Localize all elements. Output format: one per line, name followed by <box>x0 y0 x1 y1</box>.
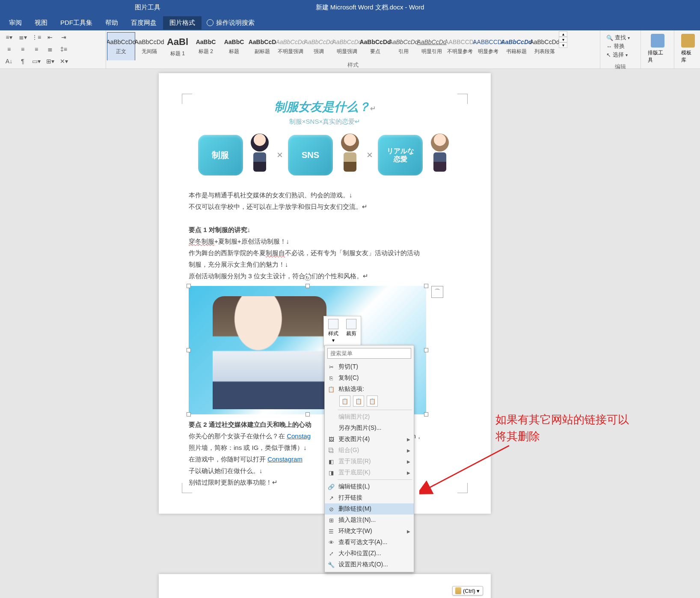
bring-front-icon: ◧ <box>327 458 335 465</box>
style-item[interactable]: AaBl标题 1 <box>163 32 192 60</box>
style-item[interactable]: AaBbCcD副标题 <box>248 32 276 60</box>
style-item[interactable]: AaBbCcDd正文 <box>107 32 135 60</box>
open-link-icon: ↗ <box>327 494 335 502</box>
menu-help[interactable]: 帮助 <box>99 16 125 30</box>
layout-options-button[interactable]: ⌒ <box>431 286 443 298</box>
menu-bar: 审阅 视图 PDF工具集 帮助 百度网盘 图片格式 操作说明搜索 <box>0 15 700 30</box>
ctx-paste-label: 📋粘贴选项: <box>325 384 414 395</box>
select-button[interactable]: ↖选择▾ <box>606 51 630 59</box>
style-item[interactable]: AaBbCcDd强调 <box>305 32 333 60</box>
style-item[interactable]: AaBbCcDd明显引用 <box>418 32 446 60</box>
resize-handle-r[interactable] <box>424 348 428 352</box>
resize-handle-tr[interactable] <box>424 284 428 288</box>
context-menu: ✂剪切(T) ⎘复制(C) 📋粘贴选项: 📋 📋 📋 编辑图片(2) 另存为图片… <box>324 345 414 572</box>
template-button[interactable]: 模板库 <box>677 32 699 65</box>
asian-layout-button[interactable]: ✕▾ <box>57 56 70 66</box>
send-back-icon: ◨ <box>327 469 335 476</box>
paste-option-1[interactable]: 📋 <box>339 396 350 407</box>
style-item[interactable]: AaBbC标题 2 <box>192 32 220 60</box>
style-item[interactable]: AABBCCDI不明显参考 <box>446 32 474 60</box>
times-icon: × <box>277 149 283 161</box>
title-bar: 图片工具 新建 Microsoft Word 文档.docx - Word <box>0 0 700 15</box>
ctx-copy[interactable]: ⎘复制(C) <box>325 372 414 384</box>
increase-indent-button[interactable]: ⇥ <box>57 32 70 42</box>
align-center-button[interactable]: ≡ <box>16 44 29 54</box>
paste-option-2[interactable]: 📋 <box>353 396 364 407</box>
menu-baidu-disk[interactable]: 百度网盘 <box>125 16 163 30</box>
picture-tools-tab: 图片工具 <box>127 2 168 13</box>
multilevel-button[interactable]: ⋮≡ <box>30 32 43 42</box>
gallery-down-button[interactable]: ▾ <box>559 37 567 42</box>
style-item[interactable]: AaBbCcDd无间隔 <box>135 32 163 60</box>
ctx-save-as-picture[interactable]: 另存为图片(S)... <box>325 422 414 434</box>
resize-handle-l[interactable] <box>187 348 191 352</box>
document-area[interactable]: 制服女友是什么？↵ 制服×SNS×真实的恋爱↵ 制服 × SNS × リアルな … <box>0 69 700 598</box>
styles-gallery[interactable]: AaBbCcDd正文AaBbCcDd无间隔AaBl标题 1AaBbC标题 2Aa… <box>107 31 559 60</box>
copy-icon: ⎘ <box>327 374 335 382</box>
align-right-button[interactable]: ≡ <box>30 44 43 54</box>
change-pic-icon: 🖼 <box>327 435 335 443</box>
ctx-change-picture[interactable]: 🖼更改图片(4)▶ <box>325 434 414 445</box>
ctx-size-position[interactable]: ⤢大小和位置(Z)... <box>325 548 414 559</box>
borders-button[interactable]: ⊞▾ <box>44 56 56 66</box>
style-item[interactable]: AaBbCcDd明显强调 <box>333 32 361 60</box>
menu-review[interactable]: 审阅 <box>3 16 28 30</box>
resize-handle-br[interactable] <box>424 412 428 417</box>
gallery-up-button[interactable]: ▴ <box>559 31 567 37</box>
paragraph-buttons: ≡▾ ≣▾ ⋮≡ ⇤ ⇥ ≡ ≡ ≡ ≣ ‡≡ A↓ ¶ ▭▾ ⊞▾ ✕▾ <box>3 32 70 67</box>
replace-button[interactable]: ↔替换 <box>606 42 630 50</box>
ctx-edit-picture: 编辑图片(2) <box>325 411 414 422</box>
chibi-2 <box>338 134 362 176</box>
ctx-open-link[interactable]: ↗打开链接 <box>325 492 414 503</box>
align-left-button[interactable]: ≡ <box>3 44 15 54</box>
wrap-icon: ☰ <box>327 527 335 535</box>
resize-handle-t[interactable] <box>306 284 310 288</box>
shading-button[interactable]: ▭▾ <box>30 56 43 66</box>
find-button[interactable]: 🔍查找▾ <box>606 34 630 42</box>
bullets-button[interactable]: ≡▾ <box>3 32 15 42</box>
gallery-more-button[interactable]: ▾ <box>559 42 567 48</box>
style-item[interactable]: AaBbCcDd列表段落 <box>531 32 559 60</box>
badge-love: リアルな 恋愛 <box>378 135 423 176</box>
ctx-remove-link[interactable]: ⊘删除链接(M) <box>325 503 414 515</box>
sort-button[interactable]: A↓ <box>3 56 15 66</box>
show-marks-button[interactable]: ¶ <box>16 56 29 66</box>
justify-button[interactable]: ≣ <box>44 44 56 54</box>
ctx-insert-caption[interactable]: ⊞插入题注(N)... <box>325 515 414 526</box>
menu-picture-format[interactable]: 图片格式 <box>163 16 202 30</box>
line-spacing-button[interactable]: ‡≡ <box>57 44 70 54</box>
link-icon: 🔗 <box>327 483 335 491</box>
mini-style-button[interactable]: 样式▾ <box>326 318 341 344</box>
resize-handle-bl[interactable] <box>187 412 191 417</box>
style-item[interactable]: AaBbCcDd引用 <box>389 32 418 60</box>
format-icon: 🔧 <box>327 561 335 568</box>
menu-view[interactable]: 视图 <box>28 16 54 30</box>
style-item[interactable]: AaBbCcDd不明显强调 <box>276 32 305 60</box>
style-item[interactable]: AaBbC标题 <box>220 32 248 60</box>
mini-crop-button[interactable]: 裁剪 <box>344 318 359 344</box>
doc-heading: 制服女友是什么？↵ <box>189 99 461 115</box>
style-item[interactable]: AABBCCDI明显参考 <box>474 32 502 60</box>
svg-line-0 <box>428 446 509 488</box>
style-item[interactable]: AaBbCcDd书籍标题 <box>502 32 531 60</box>
template-icon <box>681 34 695 48</box>
ctx-alt-text[interactable]: 👁查看可选文字(A)... <box>325 537 414 548</box>
ribbon: ≡▾ ≣▾ ⋮≡ ⇤ ⇥ ≡ ≡ ≡ ≣ ‡≡ A↓ ¶ ▭▾ ⊞▾ ✕▾ 段落… <box>0 30 700 69</box>
resize-handle-b[interactable] <box>306 412 310 417</box>
style-item[interactable]: AaBbCcDd要点 <box>361 32 389 60</box>
tell-me-search[interactable]: 操作说明搜索 <box>202 19 260 27</box>
ctx-wrap-text[interactable]: ☰环绕文字(W)▶ <box>325 526 414 537</box>
ctx-format-picture[interactable]: 🔧设置图片格式(O)... <box>325 559 414 570</box>
paste-option-3[interactable]: 📋 <box>367 396 378 407</box>
context-search-input[interactable] <box>327 348 411 359</box>
resize-handle-tl[interactable] <box>187 284 191 288</box>
decrease-indent-button[interactable]: ⇤ <box>44 32 56 42</box>
numbering-button[interactable]: ≣▾ <box>16 32 29 42</box>
ctx-send-back: ◨置于底层(K)▶ <box>325 467 414 478</box>
paste-options-badge[interactable]: (Ctrl) ▾ <box>452 586 483 595</box>
layout-tools-button[interactable]: 排版工具 <box>644 32 671 65</box>
ctx-cut[interactable]: ✂剪切(T) <box>325 361 414 372</box>
rotate-handle[interactable] <box>304 274 311 281</box>
ctx-edit-link[interactable]: 🔗编辑链接(L) <box>325 481 414 492</box>
menu-pdf-tools[interactable]: PDF工具集 <box>54 16 99 30</box>
